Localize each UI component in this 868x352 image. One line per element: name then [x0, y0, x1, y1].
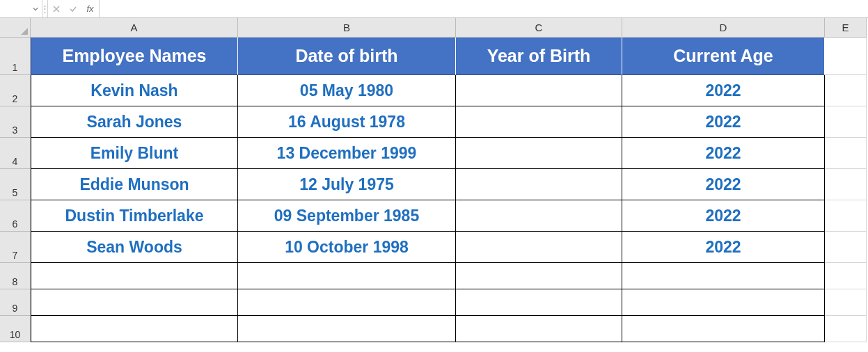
header-year-of-birth[interactable]: Year of Birth [456, 38, 622, 75]
insert-function-icon[interactable]: fx [81, 0, 100, 17]
table-row: Emily Blunt 13 December 1999 2022 [31, 138, 867, 169]
col-header-B[interactable]: B [238, 18, 456, 38]
cell-name[interactable]: Eddie Munson [31, 169, 238, 200]
cell-yob[interactable] [456, 106, 622, 138]
row-header-9[interactable]: 9 [0, 289, 31, 316]
col-header-E[interactable]: E [825, 18, 867, 38]
cell-A8[interactable] [31, 263, 238, 289]
row-header-5[interactable]: 5 [0, 169, 31, 200]
table-row: Eddie Munson 12 July 1975 2022 [31, 169, 867, 200]
cell-name[interactable]: Emily Blunt [31, 138, 238, 169]
cell-name[interactable]: Dustin Timberlake [31, 200, 238, 232]
cell-B9[interactable] [238, 289, 456, 316]
table-row-empty [31, 316, 867, 342]
cell-E4[interactable] [825, 138, 867, 169]
enter-icon[interactable] [65, 0, 81, 17]
cell-D8[interactable] [622, 263, 825, 289]
cell-D10[interactable] [622, 316, 825, 342]
cell-name[interactable]: Sarah Jones [31, 106, 238, 138]
name-box-dropdown-icon[interactable] [31, 4, 40, 14]
table-row: Kevin Nash 05 May 1980 2022 [31, 75, 867, 106]
name-box-container [0, 0, 42, 17]
table-header-row: Employee Names Date of birth Year of Bir… [31, 38, 867, 75]
cell-dob[interactable]: 10 October 1998 [238, 232, 456, 263]
row-header-7[interactable]: 7 [0, 232, 31, 263]
cell-yob[interactable] [456, 232, 622, 263]
column-header-strip: A B C D E [0, 18, 868, 38]
cell-E8[interactable] [825, 263, 867, 289]
grid-body: 1 2 3 4 5 6 7 8 9 10 Employee Names Date… [0, 38, 868, 342]
row-headers: 1 2 3 4 5 6 7 8 9 10 [0, 38, 31, 342]
cell-age[interactable]: 2022 [622, 138, 825, 169]
formula-bar-divider: ⋮ [42, 0, 48, 17]
cell-age[interactable]: 2022 [622, 232, 825, 263]
col-header-D[interactable]: D [622, 18, 825, 38]
header-current-age[interactable]: Current Age [622, 38, 825, 75]
cell-age[interactable]: 2022 [622, 106, 825, 138]
cell-B10[interactable] [238, 316, 456, 342]
row-header-2[interactable]: 2 [0, 75, 31, 106]
cell-yob[interactable] [456, 169, 622, 200]
cell-dob[interactable]: 05 May 1980 [238, 75, 456, 106]
cell-E6[interactable] [825, 200, 867, 232]
cell-C8[interactable] [456, 263, 622, 289]
cell-E9[interactable] [825, 289, 867, 316]
header-employee-names[interactable]: Employee Names [31, 38, 238, 75]
cell-C9[interactable] [456, 289, 622, 316]
cell-dob[interactable]: 09 September 1985 [238, 200, 456, 232]
select-all-corner[interactable] [0, 18, 31, 38]
cell-dob[interactable]: 16 August 1978 [238, 106, 456, 138]
cell-C10[interactable] [456, 316, 622, 342]
row-header-6[interactable]: 6 [0, 200, 31, 232]
table-row-empty [31, 263, 867, 289]
cell-E2[interactable] [825, 75, 867, 106]
column-headers: A B C D E [31, 18, 867, 38]
table-row: Sarah Jones 16 August 1978 2022 [31, 106, 867, 138]
row-header-3[interactable]: 3 [0, 106, 31, 138]
cell-yob[interactable] [456, 200, 622, 232]
cells-area: Employee Names Date of birth Year of Bir… [31, 38, 867, 342]
cell-E1[interactable] [825, 38, 867, 75]
cell-yob[interactable] [456, 75, 622, 106]
cell-B8[interactable] [238, 263, 456, 289]
row-header-10[interactable]: 10 [0, 316, 31, 342]
col-header-A[interactable]: A [31, 18, 238, 38]
cell-D9[interactable] [622, 289, 825, 316]
name-box[interactable] [1, 2, 29, 16]
cell-yob[interactable] [456, 138, 622, 169]
table-row: Dustin Timberlake 09 September 1985 2022 [31, 200, 867, 232]
formula-input[interactable] [100, 0, 868, 17]
cell-E5[interactable] [825, 169, 867, 200]
row-header-4[interactable]: 4 [0, 138, 31, 169]
cell-age[interactable]: 2022 [622, 169, 825, 200]
cell-A10[interactable] [31, 316, 238, 342]
col-header-C[interactable]: C [456, 18, 622, 38]
cell-E3[interactable] [825, 106, 867, 138]
cell-A9[interactable] [31, 289, 238, 316]
cell-E7[interactable] [825, 232, 867, 263]
formula-bar: ⋮ fx [0, 0, 868, 18]
excel-window: ⋮ fx A B C D E 1 2 3 4 5 6 7 8 9 [0, 0, 868, 352]
table-row-empty [31, 289, 867, 316]
cell-name[interactable]: Kevin Nash [31, 75, 238, 106]
cell-dob[interactable]: 12 July 1975 [238, 169, 456, 200]
row-header-8[interactable]: 8 [0, 263, 31, 289]
table-row: Sean Woods 10 October 1998 2022 [31, 232, 867, 263]
cell-name[interactable]: Sean Woods [31, 232, 238, 263]
cell-E10[interactable] [825, 316, 867, 342]
cancel-icon[interactable] [48, 0, 65, 17]
header-date-of-birth[interactable]: Date of birth [238, 38, 456, 75]
cell-dob[interactable]: 13 December 1999 [238, 138, 456, 169]
cell-age[interactable]: 2022 [622, 200, 825, 232]
cell-age[interactable]: 2022 [622, 75, 825, 106]
row-header-1[interactable]: 1 [0, 38, 31, 75]
